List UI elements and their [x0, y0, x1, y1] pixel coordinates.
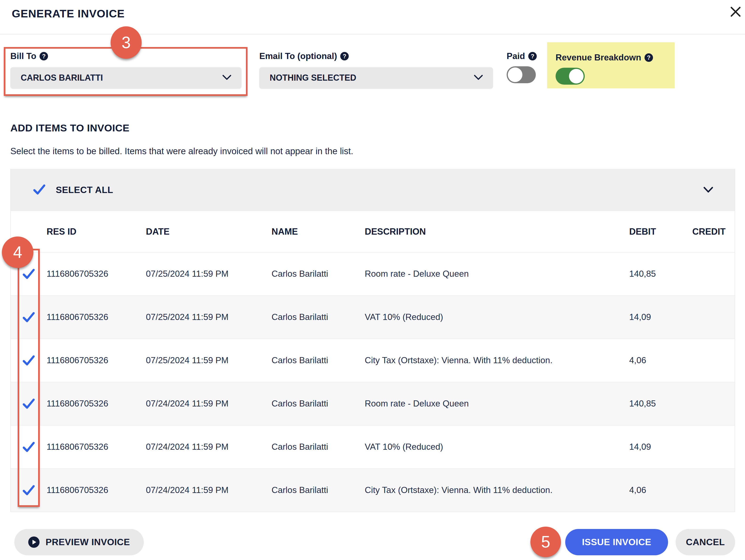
email-to-label: Email To (optional) ?	[259, 51, 493, 61]
table-row[interactable]: 1116806705326 07/25/2024 11:59 PM Carlos…	[11, 339, 735, 382]
check-icon	[23, 397, 35, 410]
chevron-down-icon	[222, 73, 232, 83]
preview-invoice-button[interactable]: PREVIEW INVOICE	[14, 529, 144, 555]
revenue-breakdown-label: Revenue Breakdown ?	[556, 53, 675, 63]
cell-description: VAT 10% (Reduced)	[365, 442, 612, 452]
cell-debit: 140,85	[612, 269, 676, 279]
items-section-subtitle: Select the items to be billed. Items tha…	[10, 146, 353, 156]
page-title: GENERATE INVOICE	[12, 7, 125, 20]
cell-name: Carlos Barilatti	[271, 442, 365, 452]
cell-res-id: 1116806705326	[46, 355, 146, 365]
cell-description: Room rate - Deluxe Queen	[365, 399, 612, 409]
column-header-res-id: RES ID	[46, 226, 146, 237]
row-checkbox[interactable]	[11, 397, 46, 410]
close-button[interactable]	[728, 5, 743, 19]
cell-res-id: 1116806705326	[46, 269, 146, 279]
email-to-value: NOTHING SELECTED	[270, 73, 356, 83]
column-header-description: DESCRIPTION	[365, 226, 612, 237]
cell-res-id: 1116806705326	[46, 312, 146, 322]
check-icon	[23, 268, 35, 280]
email-to-field: Email To (optional) ? NOTHING SELECTED	[259, 51, 493, 89]
cell-debit: 140,85	[612, 399, 676, 409]
help-icon[interactable]: ?	[528, 52, 537, 61]
toggle-knob	[569, 69, 584, 83]
issue-invoice-label: ISSUE INVOICE	[582, 537, 651, 547]
items-section-heading: ADD ITEMS TO INVOICE	[10, 122, 129, 134]
revenue-breakdown-field: Revenue Breakdown ?	[547, 42, 675, 89]
cell-date: 07/25/2024 11:59 PM	[146, 355, 271, 365]
cell-debit: 4,06	[612, 485, 676, 495]
cell-date: 07/25/2024 11:59 PM	[146, 269, 271, 279]
table-row[interactable]: 1116806705326 07/25/2024 11:59 PM Carlos…	[11, 295, 735, 339]
cell-date: 07/24/2024 11:59 PM	[146, 485, 271, 495]
table-header-row: RES ID DATE NAME DESCRIPTION DEBIT CREDI…	[11, 211, 735, 252]
email-to-select[interactable]: NOTHING SELECTED	[259, 67, 493, 89]
cell-name: Carlos Barilatti	[271, 485, 365, 495]
items-table: SELECT ALL RES ID DATE NAME DESCRIPTION …	[10, 169, 735, 512]
cell-description: City Tax (Ortstaxe): Vienna. With 11% de…	[365, 485, 612, 495]
table-row[interactable]: 1116806705326 07/24/2024 11:59 PM Carlos…	[11, 382, 735, 425]
cell-description: VAT 10% (Reduced)	[365, 312, 612, 322]
column-header-date: DATE	[146, 226, 271, 237]
check-icon[interactable]	[33, 183, 45, 197]
close-icon	[730, 6, 742, 19]
paid-label: Paid ?	[507, 51, 537, 61]
table-row[interactable]: 1116806705326 07/24/2024 11:59 PM Carlos…	[11, 425, 735, 468]
help-icon[interactable]: ?	[340, 52, 349, 61]
bill-to-value: CARLOS BARILATTI	[21, 73, 103, 83]
check-icon	[23, 441, 35, 453]
chevron-down-icon	[473, 73, 484, 83]
row-checkbox[interactable]	[11, 484, 46, 496]
cell-debit: 14,09	[612, 442, 676, 452]
bill-to-label: Bill To ?	[10, 51, 241, 61]
play-icon	[28, 536, 39, 548]
cancel-label: CANCEL	[686, 537, 725, 547]
revenue-breakdown-toggle[interactable]	[556, 68, 585, 84]
cell-name: Carlos Barilatti	[271, 269, 365, 279]
cell-name: Carlos Barilatti	[271, 355, 365, 365]
cell-date: 07/24/2024 11:59 PM	[146, 442, 271, 452]
column-header-name: NAME	[271, 226, 365, 237]
check-icon	[23, 311, 35, 323]
check-icon	[23, 484, 35, 496]
column-header-credit: CREDIT	[676, 226, 735, 237]
bill-to-select[interactable]: CARLOS BARILATTI	[10, 67, 241, 89]
cell-date: 07/25/2024 11:59 PM	[146, 312, 271, 322]
cell-res-id: 1116806705326	[46, 442, 146, 452]
check-icon	[23, 354, 35, 366]
select-all-label: SELECT ALL	[56, 185, 113, 195]
preview-invoice-label: PREVIEW INVOICE	[46, 537, 130, 547]
header-divider	[0, 34, 745, 34]
select-all-bar[interactable]: SELECT ALL	[11, 169, 735, 211]
cell-description: City Tax (Ortstaxe): Vienna. With 11% de…	[365, 355, 612, 365]
help-icon[interactable]: ?	[645, 54, 653, 62]
cell-name: Carlos Barilatti	[271, 399, 365, 409]
row-checkbox[interactable]	[11, 311, 46, 323]
cell-name: Carlos Barilatti	[271, 312, 365, 322]
paid-toggle[interactable]	[507, 66, 536, 83]
paid-field: Paid ?	[507, 51, 537, 83]
chevron-down-icon[interactable]	[703, 186, 714, 195]
annotation-badge-step5: 5	[530, 527, 561, 557]
help-icon[interactable]: ?	[39, 52, 48, 61]
cell-res-id: 1116806705326	[46, 485, 146, 495]
cell-debit: 4,06	[612, 355, 676, 365]
cell-description: Room rate - Deluxe Queen	[365, 269, 612, 279]
cell-date: 07/24/2024 11:59 PM	[146, 399, 271, 409]
issue-invoice-button[interactable]: ISSUE INVOICE	[565, 529, 668, 555]
table-row[interactable]: 1116806705326 07/24/2024 11:59 PM Carlos…	[11, 468, 735, 512]
column-header-debit: DEBIT	[612, 226, 676, 237]
toggle-knob	[508, 67, 522, 82]
row-checkbox[interactable]	[11, 268, 46, 280]
row-checkbox[interactable]	[11, 354, 46, 366]
cell-debit: 14,09	[612, 312, 676, 322]
cell-res-id: 1116806705326	[46, 399, 146, 409]
row-checkbox[interactable]	[11, 441, 46, 453]
bill-to-field: Bill To ? CARLOS BARILATTI	[10, 51, 241, 89]
table-row[interactable]: 1116806705326 07/25/2024 11:59 PM Carlos…	[11, 252, 735, 295]
cancel-button[interactable]: CANCEL	[676, 529, 735, 555]
